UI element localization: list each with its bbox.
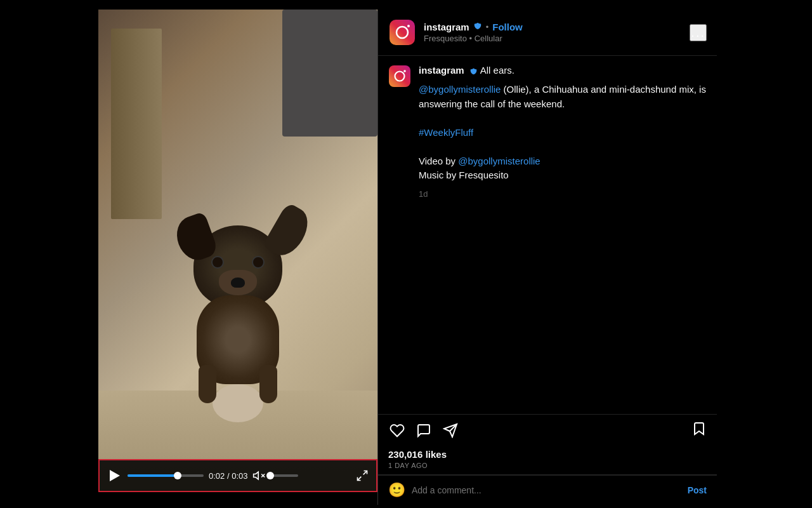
comment-input-row: 🙂 Post	[378, 475, 717, 505]
emoji-button[interactable]: 🙂	[388, 482, 405, 498]
dog-leg-front-right	[259, 365, 277, 403]
music-by-text: Music by Fresquesito	[419, 170, 509, 180]
heart-icon	[390, 423, 405, 438]
bg-furniture2	[111, 29, 162, 219]
post-actions	[378, 415, 717, 446]
video-by-text: Video by	[419, 156, 458, 166]
progress-thumb	[174, 472, 181, 479]
share-icon	[443, 423, 458, 438]
mention-1: @bygollymisterollie	[419, 84, 501, 95]
svg-marker-0	[254, 472, 259, 479]
share-button[interactable]	[442, 422, 459, 439]
volume-thumb	[266, 472, 274, 479]
bookmark-button[interactable]	[691, 421, 707, 440]
caption-body: @bygollymisterollie (Ollie), a Chihuahua…	[419, 83, 707, 183]
progress-fill	[128, 474, 178, 477]
caption-content: instagram All ears. @bygollymisterollie …	[419, 65, 707, 199]
dog-illustration	[174, 225, 301, 403]
dog-chest	[213, 384, 263, 422]
video-panel: 0:02 / 0:03	[98, 10, 377, 492]
volume-bar[interactable]	[270, 474, 298, 477]
likes-date: 1 DAY AGO	[388, 462, 707, 469]
app-container: 0:02 / 0:03	[0, 0, 812, 508]
like-button[interactable]	[388, 422, 406, 439]
comment-button[interactable]	[415, 422, 433, 439]
dog-leg-front-left	[199, 365, 216, 403]
caption-header: instagram All ears. @bygollymisterollie …	[388, 65, 707, 199]
post-body: instagram All ears. @bygollymisterollie …	[378, 56, 717, 414]
total-time: 0:03	[232, 471, 247, 481]
caption-logo[interactable]	[388, 65, 411, 88]
comment-input[interactable]	[412, 485, 681, 495]
likes-display: 230,016 likes	[388, 449, 707, 460]
verified-badge	[473, 22, 482, 32]
video-progress-bar[interactable]	[128, 474, 204, 477]
follow-button[interactable]: Follow	[492, 22, 523, 32]
hashtag-weekly-fluff: #WeeklyFluff	[419, 127, 473, 138]
play-icon	[110, 470, 120, 481]
dog-eye-right	[252, 256, 265, 269]
dog-ear-right	[262, 202, 315, 262]
likes-label: likes	[426, 449, 447, 460]
video-controls: 0:02 / 0:03	[98, 459, 377, 492]
mute-icon	[252, 469, 265, 482]
svg-line-4	[358, 477, 362, 481]
caption-username: instagram	[419, 65, 464, 76]
post-comment-button[interactable]: Post	[688, 485, 707, 495]
svg-rect-5	[390, 20, 415, 45]
caption-verified-badge	[469, 66, 480, 76]
post-panel: instagram • Follow Fresquesito • Cellula…	[377, 10, 717, 505]
username-row: instagram • Follow	[424, 22, 682, 32]
caption-verified-icon	[469, 67, 478, 76]
svg-line-3	[363, 471, 367, 475]
bookmark-icon	[691, 421, 707, 436]
verified-icon	[473, 22, 482, 30]
video-time: 0:02 / 0:03	[209, 471, 247, 481]
caption-timestamp: 1d	[419, 189, 707, 199]
mute-button[interactable]	[252, 469, 265, 482]
header-info: instagram • Follow Fresquesito • Cellula…	[424, 22, 682, 43]
more-options-button[interactable]: ...	[690, 24, 707, 41]
fullscreen-icon	[356, 469, 369, 482]
video-frame	[98, 10, 377, 492]
dog-nose	[231, 277, 245, 288]
likes-section: 230,016 likes 1 DAY AGO	[378, 446, 717, 474]
svg-point-7	[407, 25, 410, 27]
caption-tagline: All ears.	[480, 65, 514, 76]
svg-rect-8	[389, 65, 410, 87]
svg-point-10	[403, 70, 406, 72]
header-subtitle: Fresquesito • Cellular	[424, 34, 682, 43]
likes-count: 230,016	[388, 449, 422, 460]
play-button[interactable]	[107, 468, 122, 483]
header-username: instagram	[424, 22, 469, 32]
dot-separator: •	[486, 22, 489, 32]
fullscreen-button[interactable]	[356, 469, 369, 482]
current-time: 0:02	[209, 471, 225, 481]
dog-eye-left	[211, 256, 224, 269]
instagram-logo[interactable]	[388, 18, 416, 46]
dog-ear-left	[171, 211, 219, 265]
mention-2: @bygollymisterollie	[458, 156, 540, 166]
bg-furniture	[282, 10, 377, 137]
post-wrapper: 0:02 / 0:03	[98, 10, 717, 505]
post-header: instagram • Follow Fresquesito • Cellula…	[378, 10, 717, 56]
dog-snout	[219, 270, 257, 295]
comment-icon	[416, 423, 431, 438]
